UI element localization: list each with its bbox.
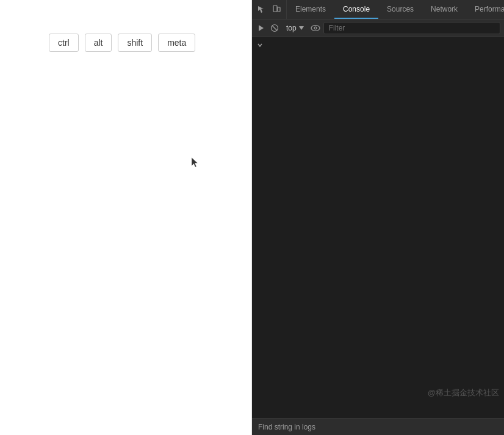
left-panel: ctrl alt shift meta (0, 0, 252, 435)
eye-icon[interactable] (310, 23, 321, 34)
ban-icon[interactable] (269, 23, 280, 34)
key-buttons-container: ctrl alt shift meta (0, 0, 251, 52)
tab-performance[interactable]: Performan... (466, 0, 504, 19)
devtools-top-toolbar: Elements Console Sources Network Perform… (252, 0, 504, 20)
device-toggle-icon[interactable] (270, 4, 283, 16)
console-chevron-icon[interactable] (257, 41, 263, 50)
svg-point-6 (314, 27, 317, 29)
devtools-second-toolbar: top (252, 20, 504, 37)
svg-marker-2 (259, 25, 264, 31)
ctrl-key-button[interactable]: ctrl (49, 34, 79, 52)
top-context-dropdown[interactable]: top (283, 23, 308, 34)
devtools-panel: Elements Console Sources Network Perform… (252, 0, 504, 435)
tab-network[interactable]: Network (422, 0, 466, 19)
devtools-tabs: Elements Console Sources Network Perform… (287, 0, 504, 19)
svg-rect-1 (278, 7, 280, 12)
inspect-icon[interactable] (256, 4, 268, 16)
svg-line-4 (272, 26, 277, 31)
filter-input[interactable] (323, 22, 500, 34)
find-bar-label: Find string in logs (258, 423, 315, 431)
play-icon[interactable] (256, 23, 267, 34)
watermark-text: @稀土掘金技术社区 (428, 387, 499, 398)
top-context-label: top (286, 24, 297, 32)
tab-console[interactable]: Console (334, 0, 378, 19)
svg-rect-0 (273, 5, 277, 12)
devtools-icon-group (252, 0, 287, 19)
tab-sources[interactable]: Sources (378, 0, 422, 19)
console-output-area: @稀土掘金技术社区 (252, 37, 504, 418)
meta-key-button[interactable]: meta (158, 34, 195, 52)
tab-elements[interactable]: Elements (287, 0, 334, 19)
find-bar: Find string in logs (252, 418, 504, 435)
shift-key-button[interactable]: shift (118, 34, 152, 52)
mouse-cursor (192, 157, 199, 168)
alt-key-button[interactable]: alt (85, 34, 112, 52)
svg-point-5 (311, 25, 320, 31)
